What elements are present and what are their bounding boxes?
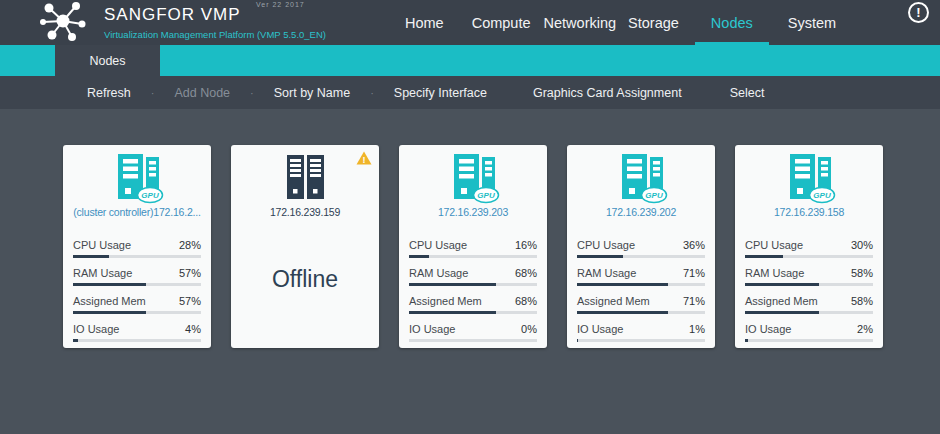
- nav-item-home[interactable]: Home: [405, 0, 444, 45]
- top-navbar: SANGFOR VMP Ver 22 2017 Virtualization M…: [0, 0, 940, 45]
- stat-io-usage: IO Usage4%: [73, 323, 201, 342]
- stat-label: CPU Usage: [745, 239, 803, 251]
- server-gpu-icon: GPU: [782, 151, 836, 205]
- node-title: 172.16.239.203: [399, 206, 547, 218]
- node-title: 172.16.239.202: [567, 206, 715, 218]
- server-gpu-icon: GPU: [614, 151, 668, 205]
- progress-bar: [73, 283, 201, 286]
- nav-item-nodes[interactable]: Nodes: [711, 0, 753, 45]
- progress-bar: [409, 283, 537, 286]
- node-card[interactable]: GPU 172.16.239.202 CPU Usage36% RAM Usag…: [567, 145, 715, 348]
- progress-bar: [745, 255, 873, 258]
- stat-value: 28%: [179, 239, 201, 251]
- stat-label: IO Usage: [577, 323, 623, 335]
- server-gpu-icon: GPU: [110, 151, 164, 205]
- app-subtitle: Virtualization Management Platform (VMP …: [104, 29, 326, 40]
- nav-item-system[interactable]: System: [788, 0, 836, 45]
- nodes-toolbar: Refresh · Add Node · Sort by Name · Spec…: [0, 76, 940, 109]
- sort-by-name-button[interactable]: Sort by Name: [274, 86, 350, 100]
- node-card[interactable]: GPU 172.16.239.158 CPU Usage30% RAM Usag…: [735, 145, 883, 348]
- progress-bar: [577, 283, 705, 286]
- alert-exclamation-icon[interactable]: !: [908, 2, 929, 23]
- stat-label: RAM Usage: [409, 267, 468, 279]
- toolbar-separator-dot: ·: [151, 87, 155, 99]
- stat-ram-usage: RAM Usage57%: [73, 267, 201, 286]
- stat-value: 30%: [851, 239, 873, 251]
- progress-bar: [745, 311, 873, 314]
- stat-value: 58%: [851, 267, 873, 279]
- node-card-offline[interactable]: ! 172.16.239.159 Offline: [231, 145, 379, 348]
- node-card[interactable]: GPU (cluster controller)172.16.2... CPU …: [63, 145, 211, 348]
- tab-nodes[interactable]: Nodes: [55, 45, 160, 76]
- stat-assigned-mem: Assigned Mem58%: [745, 295, 873, 314]
- progress-bar: [73, 255, 201, 258]
- node-card[interactable]: GPU 172.16.239.203 CPU Usage16% RAM Usag…: [399, 145, 547, 348]
- stat-label: RAM Usage: [577, 267, 636, 279]
- stat-cpu-usage: CPU Usage30%: [745, 239, 873, 258]
- stat-value: 16%: [515, 239, 537, 251]
- stat-assigned-mem: Assigned Mem68%: [409, 295, 537, 314]
- offline-status-label: Offline: [231, 266, 379, 293]
- stat-label: CPU Usage: [73, 239, 131, 251]
- progress-bar: [73, 339, 201, 342]
- stat-label: IO Usage: [409, 323, 455, 335]
- stat-label: Assigned Mem: [409, 295, 482, 307]
- stat-value: 68%: [515, 267, 537, 279]
- refresh-button[interactable]: Refresh: [87, 86, 131, 100]
- server-gpu-icon: GPU: [446, 151, 500, 205]
- stat-value: 2%: [857, 323, 873, 335]
- stat-value: 57%: [179, 295, 201, 307]
- nodes-grid: GPU (cluster controller)172.16.2... CPU …: [0, 109, 940, 348]
- progress-bar: [73, 311, 201, 314]
- nav-item-storage[interactable]: Storage: [628, 0, 679, 45]
- app-title: SANGFOR VMP: [104, 5, 326, 25]
- server-offline-icon: [278, 151, 332, 205]
- progress-bar: [745, 339, 873, 342]
- sub-tabbar: Nodes: [0, 45, 940, 76]
- progress-bar: [577, 339, 705, 342]
- sangfor-logo-icon: [38, 1, 90, 44]
- stat-label: IO Usage: [745, 323, 791, 335]
- stat-value: 1%: [689, 323, 705, 335]
- stat-cpu-usage: CPU Usage16%: [409, 239, 537, 258]
- brand-block: SANGFOR VMP Ver 22 2017 Virtualization M…: [104, 5, 326, 40]
- stat-value: 0%: [521, 323, 537, 335]
- stat-assigned-mem: Assigned Mem71%: [577, 295, 705, 314]
- select-button[interactable]: Select: [730, 86, 765, 100]
- graphics-card-assignment-button[interactable]: Graphics Card Assignment: [533, 86, 682, 100]
- stat-value: 71%: [683, 267, 705, 279]
- stat-label: RAM Usage: [745, 267, 804, 279]
- stat-label: CPU Usage: [577, 239, 635, 251]
- stat-ram-usage: RAM Usage71%: [577, 267, 705, 286]
- stat-value: 36%: [683, 239, 705, 251]
- progress-bar: [409, 339, 537, 342]
- gpu-badge: GPU: [645, 191, 663, 200]
- stat-label: Assigned Mem: [577, 295, 650, 307]
- stat-value: 68%: [515, 295, 537, 307]
- specify-interface-button[interactable]: Specify Interface: [394, 86, 487, 100]
- stat-io-usage: IO Usage2%: [745, 323, 873, 342]
- warning-triangle-icon: !: [356, 151, 372, 165]
- node-title: 172.16.239.158: [735, 206, 883, 218]
- progress-bar: [577, 255, 705, 258]
- node-stats: CPU Usage16% RAM Usage68% Assigned Mem68…: [409, 239, 537, 342]
- node-stats: CPU Usage30% RAM Usage58% Assigned Mem58…: [745, 239, 873, 342]
- progress-bar: [745, 283, 873, 286]
- progress-bar: [409, 311, 537, 314]
- svg-text:!: !: [363, 155, 366, 165]
- stat-value: 57%: [179, 267, 201, 279]
- stat-label: IO Usage: [73, 323, 119, 335]
- gpu-badge: GPU: [477, 191, 495, 200]
- nav-item-networking[interactable]: Networking: [544, 0, 617, 45]
- node-stats: CPU Usage36% RAM Usage71% Assigned Mem71…: [577, 239, 705, 342]
- stat-label: Assigned Mem: [745, 295, 818, 307]
- stat-ram-usage: RAM Usage58%: [745, 267, 873, 286]
- node-title: 172.16.239.159: [231, 206, 379, 218]
- gpu-badge: GPU: [141, 191, 159, 200]
- nav-item-compute[interactable]: Compute: [472, 0, 531, 45]
- toolbar-separator-dot: ·: [250, 87, 254, 99]
- stat-label: RAM Usage: [73, 267, 132, 279]
- toolbar-separator-dot: ·: [370, 87, 374, 99]
- main-nav: Home Compute Networking Storage Nodes Sy…: [405, 0, 836, 45]
- stat-io-usage: IO Usage1%: [577, 323, 705, 342]
